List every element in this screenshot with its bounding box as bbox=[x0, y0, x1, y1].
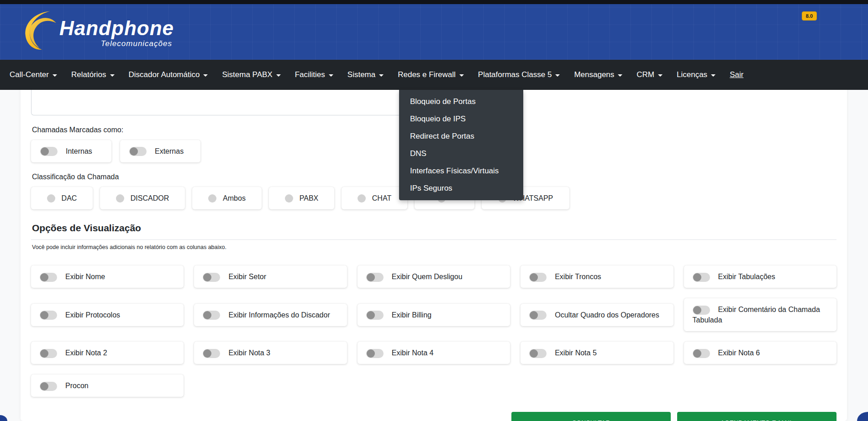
nav-menu-label: Discador Automático bbox=[129, 70, 200, 79]
nav-menu-label: CRM bbox=[637, 70, 654, 79]
nav-menu-sistema[interactable]: Sistema bbox=[347, 70, 384, 79]
toggle-switch[interactable] bbox=[40, 273, 57, 282]
nav-menu-sistema-pabx[interactable]: Sistema PABX bbox=[222, 70, 280, 79]
nav-menu-licen-as[interactable]: Licenças bbox=[677, 70, 715, 79]
dropdown-item-bloqueio-de-ips[interactable]: Bloqueio de IPS bbox=[399, 110, 523, 128]
chevron-down-icon bbox=[53, 74, 57, 77]
radio-dot-icon bbox=[47, 194, 55, 203]
toggle-card-procon[interactable]: Procon bbox=[31, 374, 184, 397]
toggle-card-exibir-nota-3[interactable]: Exibir Nota 3 bbox=[194, 342, 347, 364]
radio-card-discador[interactable]: DISCADOR bbox=[100, 187, 185, 209]
toggle-switch[interactable] bbox=[366, 273, 384, 282]
chevron-down-icon bbox=[555, 74, 560, 77]
toggle-switch[interactable] bbox=[693, 349, 710, 358]
toggle-card-ocultar-quadro-dos-operadores[interactable]: Ocultar Quadro dos Operadores bbox=[521, 304, 673, 326]
brand-name: Handphone bbox=[59, 18, 174, 38]
toggle-switch[interactable] bbox=[529, 349, 547, 358]
radio-label: PABX bbox=[300, 194, 319, 203]
nav-menu-redes-e-firewall[interactable]: Redes e Firewall bbox=[398, 70, 464, 79]
radio-card-pabx[interactable]: PABX bbox=[269, 187, 334, 209]
toggle-switch[interactable] bbox=[129, 147, 147, 156]
brand-logo: Handphone Telecomunicações bbox=[19, 9, 174, 55]
nav-menu-label: Plataformas Classe 5 bbox=[478, 70, 552, 79]
nav-menu-relat-rios[interactable]: Relatórios bbox=[71, 70, 115, 79]
brand-text: Handphone Telecomunicações bbox=[59, 18, 174, 48]
nav-menu-label: Call-Center bbox=[10, 70, 49, 79]
nav-menu-label: Redes e Firewall bbox=[398, 70, 456, 79]
toggle-label: Internas bbox=[66, 147, 92, 156]
radio-card-dac[interactable]: DAC bbox=[31, 187, 93, 209]
toggle-card-exibir-quem-desligou[interactable]: Exibir Quem Desligou bbox=[358, 265, 510, 288]
toggle-switch[interactable] bbox=[366, 349, 384, 358]
toggle-switch[interactable] bbox=[203, 273, 220, 282]
radio-card-ambos[interactable]: Ambos bbox=[192, 187, 262, 209]
toggle-card-exibir-setor[interactable]: Exibir Setor bbox=[194, 265, 347, 288]
nav-menu-label: Facilities bbox=[295, 70, 325, 79]
toggle-card-exibir-informa-es-do-discador[interactable]: Exibir Informações do Discador bbox=[194, 304, 347, 326]
nav-menu-discador-autom-tico[interactable]: Discador Automático bbox=[129, 70, 208, 79]
toggle-card-exibir-troncos[interactable]: Exibir Troncos bbox=[521, 265, 673, 288]
consultar-button[interactable]: CONSULTAR bbox=[511, 412, 671, 421]
radio-card-chat[interactable]: CHAT bbox=[342, 187, 407, 209]
radio-dot-icon bbox=[285, 194, 293, 203]
nav-menu-plataformas-classe-5[interactable]: Plataformas Classe 5 bbox=[478, 70, 560, 79]
toggle-knob bbox=[693, 273, 701, 281]
handphone-swoosh-icon bbox=[19, 9, 58, 55]
toggle-card-internas[interactable]: Internas bbox=[31, 140, 111, 162]
cropped-input-field[interactable] bbox=[31, 90, 447, 115]
toggle-switch[interactable] bbox=[366, 311, 384, 320]
nav-menu-crm[interactable]: CRM bbox=[637, 70, 663, 79]
toggle-card-exibir-coment-rio-da-chamada-tabulada[interactable]: Exibir Comentário da Chamada Tabulada bbox=[684, 298, 836, 331]
brand-tagline: Telecomunicações bbox=[101, 39, 172, 48]
toggle-card-exibir-nota-4[interactable]: Exibir Nota 4 bbox=[358, 342, 510, 364]
toggle-switch[interactable] bbox=[693, 306, 710, 315]
toggle-switch[interactable] bbox=[203, 349, 220, 358]
chevron-down-icon bbox=[618, 74, 622, 77]
toggle-knob bbox=[203, 349, 211, 358]
nav-menu-mensagens[interactable]: Mensagens bbox=[574, 70, 622, 79]
nav-menu-label: Mensagens bbox=[574, 70, 614, 79]
toggle-switch[interactable] bbox=[40, 349, 57, 358]
toggle-knob bbox=[41, 147, 49, 156]
agendamento-email-button[interactable]: AGENDAMENTO E-MAIL bbox=[677, 412, 836, 421]
toggle-knob bbox=[693, 349, 701, 358]
radio-label: DISCADOR bbox=[131, 194, 169, 203]
toggle-card-externas[interactable]: Externas bbox=[120, 140, 200, 162]
toggle-switch[interactable] bbox=[693, 273, 710, 282]
toggle-knob bbox=[203, 311, 211, 319]
toggle-knob bbox=[40, 382, 48, 390]
dropdown-item-bloqueio-de-portas[interactable]: Bloqueio de Portas bbox=[399, 93, 523, 110]
toggle-card-exibir-billing[interactable]: Exibir Billing bbox=[358, 304, 510, 326]
app-header: Handphone Telecomunicações 8.0 bbox=[0, 4, 868, 60]
toggle-knob bbox=[530, 311, 538, 319]
chevron-down-icon bbox=[329, 74, 333, 77]
nav-menu-call-center[interactable]: Call-Center bbox=[10, 70, 57, 79]
toggle-switch[interactable] bbox=[40, 147, 58, 156]
toggle-knob bbox=[40, 311, 48, 319]
dropdown-item-redirect-de-portas[interactable]: Redirect de Portas bbox=[399, 128, 523, 145]
dropdown-item-dns[interactable]: DNS bbox=[399, 145, 523, 162]
toggle-switch[interactable] bbox=[529, 311, 547, 320]
toggle-card-exibir-nota-2[interactable]: Exibir Nota 2 bbox=[31, 342, 184, 364]
toggle-switch[interactable] bbox=[203, 311, 220, 320]
toggle-label: Exibir Nome bbox=[65, 273, 105, 281]
dropdown-item-ips-seguros[interactable]: IPs Seguros bbox=[399, 180, 523, 197]
toggle-switch[interactable] bbox=[529, 273, 547, 282]
toggle-label: Exibir Quem Desligou bbox=[392, 273, 463, 281]
toggle-label: Exibir Informações do Discador bbox=[228, 311, 330, 319]
toggle-knob bbox=[367, 273, 375, 281]
dropdown-item-interfaces-f-sicas-virtuais[interactable]: Interfaces Físicas/Virtuais bbox=[399, 162, 523, 180]
corner-decoration-left bbox=[0, 415, 7, 421]
toggle-switch[interactable] bbox=[40, 382, 57, 391]
nav-link-sair[interactable]: Sair bbox=[730, 70, 743, 79]
radio-dot-icon bbox=[208, 194, 216, 203]
toggle-label: Procon bbox=[65, 382, 89, 390]
toggle-card-exibir-nota-5[interactable]: Exibir Nota 5 bbox=[521, 342, 673, 364]
toggle-card-exibir-nome[interactable]: Exibir Nome bbox=[31, 265, 184, 288]
toggle-card-exibir-protocolos[interactable]: Exibir Protocolos bbox=[31, 304, 184, 326]
toggle-switch[interactable] bbox=[40, 311, 57, 320]
toggle-card-exibir-tabula-es[interactable]: Exibir Tabulações bbox=[684, 265, 836, 288]
radio-label: DAC bbox=[62, 194, 77, 203]
toggle-card-exibir-nota-6[interactable]: Exibir Nota 6 bbox=[684, 342, 836, 364]
nav-menu-facilities[interactable]: Facilities bbox=[295, 70, 333, 79]
